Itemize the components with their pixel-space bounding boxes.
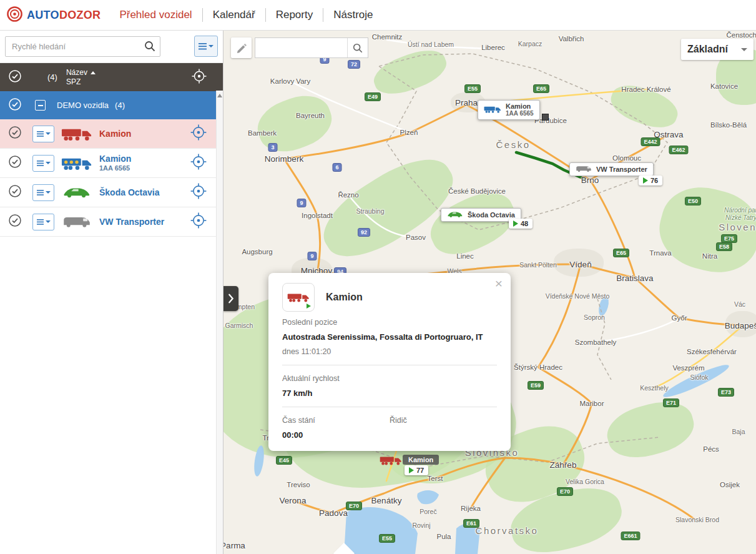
map-style-label: Základní	[687, 44, 728, 55]
vehicle-name[interactable]: Kamion	[99, 129, 131, 139]
map-marker-kamion-label[interactable]: Kamion	[403, 455, 439, 465]
map-marker-vw-transporter[interactable]: VW Transporter	[569, 162, 654, 176]
map-search-button[interactable]	[347, 38, 368, 57]
sort-asc-icon	[91, 71, 96, 74]
vehicle-row-kamion-1aa6565[interactable]: Kamion 1AA 6565	[0, 149, 223, 178]
map-style-selector[interactable]: Základní	[681, 39, 754, 60]
speed-badge[interactable]: 76	[639, 176, 662, 185]
locate-all-icon[interactable]	[191, 68, 207, 87]
locate-vehicle-icon[interactable]	[190, 124, 207, 144]
speed-badge[interactable]: 48	[509, 219, 533, 229]
logo-text: AUTODOZOR	[27, 9, 101, 22]
map-marker-kamion-truck-icon[interactable]	[380, 455, 402, 468]
truck-icon	[54, 156, 99, 171]
locate-vehicle-icon[interactable]	[190, 182, 207, 202]
top-bar: AUTODOZOR Přehled vozidel Kalendář Repor…	[0, 0, 756, 31]
group-label: DEMO vozidla	[57, 101, 109, 110]
vehicle-menu-button[interactable]	[32, 155, 54, 172]
vehicle-menu-button[interactable]	[32, 126, 54, 142]
locate-vehicle-icon[interactable]	[190, 153, 207, 173]
last-position-address: Autostrada Serenissima, Fossalta di Port…	[282, 332, 497, 342]
quick-search-input[interactable]	[5, 36, 160, 57]
hamburger-icon	[199, 43, 207, 50]
driver-label: Řidič	[390, 416, 497, 425]
nav-item-prehled-vozidel[interactable]: Přehled vozidel	[109, 0, 202, 30]
main-nav: Přehled vozidel Kalendář Reporty Nástroj…	[109, 0, 383, 30]
sort-block: Název SPZ	[66, 68, 96, 87]
vehicle-check-icon[interactable]	[7, 125, 22, 142]
sort-by-plate[interactable]: SPZ	[66, 77, 96, 87]
moving-icon	[409, 467, 414, 473]
vehicle-row-vw-transporter[interactable]: VW Transporter	[0, 207, 223, 237]
vehicle-menu-button[interactable]	[32, 184, 54, 201]
van-icon	[54, 215, 99, 228]
vehicle-check-icon[interactable]	[7, 184, 22, 201]
moving-icon	[307, 304, 311, 309]
current-speed-label: Aktuální rychlost	[282, 374, 497, 383]
vehicle-name[interactable]: VW Transporter	[99, 217, 164, 227]
moving-icon	[513, 220, 518, 227]
vehicle-menu-button[interactable]	[32, 214, 54, 230]
vehicle-check-icon[interactable]	[7, 213, 22, 230]
logo-target-icon	[6, 6, 23, 25]
map-canvas[interactable]: ChemnitzÚstí nad LabemLiberecKarpaczValb…	[223, 30, 756, 554]
vehicle-info-popup: × Kamion Poslední pozice Autostrada Sere…	[268, 273, 511, 451]
standing-time-value: 00:00	[282, 430, 390, 440]
scroll-up-icon[interactable]	[217, 94, 222, 97]
car-icon	[447, 210, 463, 219]
chevron-down-icon	[46, 132, 51, 135]
chevron-down-icon	[209, 45, 214, 47]
hamburger-icon	[37, 219, 44, 225]
chevron-down-icon	[46, 191, 51, 194]
speed-badge[interactable]: 77	[405, 465, 428, 475]
vehicle-name[interactable]: Kamion	[99, 154, 131, 164]
hamburger-icon	[37, 190, 44, 195]
chevron-down-icon	[741, 48, 747, 51]
sidebar-search-row	[0, 30, 223, 63]
search-box	[5, 36, 160, 57]
last-position-time: dnes 11:01:20	[282, 347, 497, 356]
truck-icon	[54, 126, 99, 142]
select-all-check-icon[interactable]	[7, 69, 22, 86]
group-check-icon[interactable]	[7, 97, 22, 114]
vehicle-row-kamion[interactable]: Kamion	[0, 119, 223, 149]
marker-vehicle-name: Škoda Octavia	[468, 211, 515, 219]
hamburger-icon	[37, 131, 44, 137]
marker-position-dot	[542, 114, 549, 121]
vehicle-row-skoda-octavia[interactable]: Škoda Octavia	[0, 178, 223, 207]
chevron-right-icon	[227, 293, 235, 304]
group-count: (4)	[115, 101, 125, 110]
map-search-input[interactable]	[255, 38, 347, 57]
group-row-demo-vozidla[interactable]: DEMO vozidla (4)	[0, 91, 223, 119]
collapse-group-icon[interactable]	[35, 100, 46, 111]
sidebar-collapse-button[interactable]	[223, 286, 238, 311]
last-position-label: Poslední pozice	[282, 318, 497, 327]
close-icon[interactable]: ×	[495, 277, 503, 290]
locate-vehicle-icon[interactable]	[190, 212, 207, 232]
vehicle-sidebar: (4) Název SPZ DEMO vozidla	[0, 30, 223, 554]
current-speed-value: 77 km/h	[282, 388, 497, 398]
map-search-box	[255, 37, 368, 58]
app-logo[interactable]: AUTODOZOR	[0, 6, 109, 25]
list-options-button[interactable]	[194, 36, 218, 57]
hamburger-icon	[37, 161, 44, 166]
nav-item-reporty[interactable]: Reporty	[266, 0, 323, 30]
speed-value: 77	[416, 467, 424, 474]
chevron-down-icon	[46, 220, 51, 223]
nav-item-kalendar[interactable]: Kalendář	[203, 0, 265, 30]
sidebar-scrollbar[interactable]	[216, 91, 223, 554]
search-icon[interactable]	[144, 40, 156, 55]
marker-vehicle-plate: 1AA 6565	[506, 110, 534, 117]
chevron-down-icon	[46, 162, 51, 164]
standing-time-label: Čas stání	[282, 416, 390, 425]
speed-value: 76	[650, 177, 658, 184]
draw-tool-button[interactable]	[231, 37, 252, 58]
nav-item-nastroje[interactable]: Nástroje	[323, 0, 383, 30]
sort-by-name[interactable]: Název	[66, 68, 96, 77]
popup-title: Kamion	[326, 292, 363, 303]
truck-icon	[484, 105, 501, 115]
vehicle-name[interactable]: Škoda Octavia	[99, 188, 160, 197]
map-marker-kamion-1aa6565[interactable]: Kamion 1AA 6565	[478, 100, 540, 120]
car-icon	[54, 185, 99, 199]
vehicle-check-icon[interactable]	[7, 154, 22, 172]
